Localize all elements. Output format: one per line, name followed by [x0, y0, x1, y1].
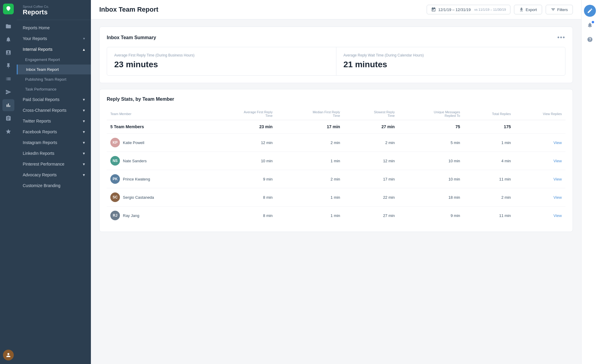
sidebar-item-publishing-team-report[interactable]: Publishing Team Report — [17, 74, 91, 84]
sidebar-item-pinterest[interactable]: Pinterest Performance ▾ — [17, 159, 91, 169]
notification-badge — [592, 21, 594, 23]
total-replies-katie-powell: 1 min — [464, 134, 515, 152]
sidebar-item-customize-branding[interactable]: Customize Branding — [17, 180, 91, 191]
col-slowest-reply: Slowest ReplyTime — [344, 108, 398, 120]
chart-icon[interactable] — [2, 99, 14, 111]
sidebar-item-cross-channel[interactable]: Cross-Channel Reports ▾ — [17, 105, 91, 116]
send-icon[interactable] — [2, 86, 14, 98]
export-label: Export — [526, 7, 537, 12]
chevron-down-icon: ▾ — [83, 97, 85, 102]
list-icon[interactable] — [2, 73, 14, 85]
table-header-row: Team Member Average First ReplyTime Medi… — [107, 108, 565, 120]
view-replies-nate-sanders[interactable]: View — [514, 152, 565, 170]
member-cell-sergio-castaneda: SC Sergio Castaneda — [107, 188, 206, 207]
notifications-button[interactable] — [584, 19, 596, 31]
avg-first-reply-sergio-castaneda: 8 min — [206, 188, 276, 207]
table-row: NS Nate Sanders 10 min 1 min 12 min 10 m… — [107, 152, 565, 170]
median-first-reply-nate-sanders: 1 min — [276, 152, 344, 170]
pencil-icon — [587, 8, 593, 14]
unique-messages-nate-sanders: 10 min — [398, 152, 464, 170]
filters-label: Filters — [557, 7, 568, 12]
filters-button[interactable]: Filters — [546, 5, 573, 14]
sidebar-item-task-performance[interactable]: Task Performance — [17, 84, 91, 94]
sidebar-item-twitter[interactable]: Twitter Reports ▾ — [17, 116, 91, 126]
alert-icon[interactable] — [2, 33, 14, 45]
user-avatar[interactable] — [3, 350, 14, 360]
view-link-prince-kwateng[interactable]: View — [553, 177, 562, 181]
total-unique-messages: 75 — [398, 120, 464, 134]
chevron-down-icon: ▾ — [83, 162, 85, 166]
chevron-down-icon: ▾ — [83, 140, 85, 145]
member-cell-katie-powell: KP Katie Powell — [107, 134, 206, 152]
internal-reports-submenu: Engagement Report Inbox Team Report Publ… — [17, 55, 91, 94]
slowest-reply-katie-powell: 2 min — [344, 134, 398, 152]
sidebar-item-facebook[interactable]: Facebook Reports ▾ — [17, 126, 91, 137]
avatar-nate-sanders: NS — [110, 156, 120, 166]
sidebar-item-instagram[interactable]: Instagram Reports ▾ — [17, 137, 91, 148]
avg-first-reply-katie-powell: 12 min — [206, 134, 276, 152]
member-cell-nate-sanders: NS Nate Sanders — [107, 152, 206, 170]
help-button[interactable] — [584, 33, 596, 45]
view-link-katie-powell[interactable]: View — [553, 140, 562, 145]
chevron-down-icon: ▾ — [83, 172, 85, 177]
median-first-reply-katie-powell: 2 min — [276, 134, 344, 152]
compare-range: vs 11/1/19 – 11/30/19 — [474, 8, 506, 11]
right-panel — [581, 0, 598, 364]
chevron-down-icon: ▾ — [83, 36, 85, 41]
folder-icon[interactable] — [2, 20, 14, 32]
sidebar: Sprout Coffee Co. Reports Reports Home Y… — [17, 0, 91, 364]
sidebar-item-advocacy[interactable]: Advocacy Reports ▾ — [17, 169, 91, 180]
table-row: KP Katie Powell 12 min 2 min 2 min 5 min… — [107, 134, 565, 152]
compose-button[interactable] — [584, 5, 596, 17]
pin-icon[interactable] — [2, 60, 14, 72]
metric-avg-wait-time-value: 21 minutes — [344, 60, 558, 69]
date-range-button[interactable]: 12/1/19 – 12/31/19 vs 11/1/19 – 11/30/19 — [427, 5, 510, 14]
question-icon — [587, 36, 593, 42]
pinterest-label: Pinterest Performance — [23, 162, 64, 166]
view-replies-katie-powell[interactable]: View — [514, 134, 565, 152]
avg-first-reply-nate-sanders: 10 min — [206, 152, 276, 170]
member-name-katie-powell: Katie Powell — [123, 140, 144, 145]
col-member: Team Member — [107, 108, 206, 120]
calendar-icon — [431, 7, 436, 12]
sidebar-item-engagement-report[interactable]: Engagement Report — [17, 55, 91, 65]
company-name: Sprout Coffee Co. — [23, 5, 85, 8]
unique-messages-sergio-castaneda: 18 min — [398, 188, 464, 207]
reply-stats-table: Team Member Average First ReplyTime Medi… — [107, 108, 565, 224]
view-replies-sergio-castaneda[interactable]: View — [514, 188, 565, 207]
sidebar-item-inbox-team-report[interactable]: Inbox Team Report — [17, 65, 91, 74]
topbar-actions: 12/1/19 – 12/31/19 vs 11/1/19 – 11/30/19… — [427, 5, 573, 14]
paid-social-label: Paid Social Reports — [23, 97, 60, 102]
sidebar-item-reports-home[interactable]: Reports Home — [17, 22, 91, 33]
total-median-first-reply: 17 min — [276, 120, 344, 134]
member-cell-prince-kwateng: PK Prince Kwateng — [107, 170, 206, 188]
view-link-nate-sanders[interactable]: View — [553, 159, 562, 163]
sidebar-item-your-reports[interactable]: Your Reports ▾ — [17, 33, 91, 44]
median-first-reply-prince-kwateng: 2 min — [276, 170, 344, 188]
view-link-sergio-castaneda[interactable]: View — [553, 195, 562, 200]
star-icon[interactable] — [2, 126, 14, 137]
sidebar-item-paid-social[interactable]: Paid Social Reports ▾ — [17, 94, 91, 105]
chevron-up-icon: ▴ — [83, 47, 85, 52]
chevron-down-icon: ▾ — [83, 129, 85, 134]
member-cell-ray-jang: RJ Ray Jang — [107, 207, 206, 225]
twitter-label: Twitter Reports — [23, 119, 51, 123]
sidebar-item-internal-reports[interactable]: Internal Reports ▴ — [17, 44, 91, 55]
sidebar-item-linkedin[interactable]: LinkedIn Reports ▾ — [17, 148, 91, 159]
date-range-value: 12/1/19 – 12/31/19 — [438, 7, 471, 12]
view-replies-prince-kwateng[interactable]: View — [514, 170, 565, 188]
avatar-katie-powell: KP — [110, 138, 120, 147]
metric-avg-first-reply-value: 23 minutes — [114, 60, 329, 69]
export-button[interactable]: Export — [514, 5, 542, 14]
view-link-ray-jang[interactable]: View — [553, 213, 562, 218]
inbox-icon[interactable] — [2, 47, 14, 59]
avatar-ray-jang: RJ — [110, 211, 120, 220]
median-first-reply-sergio-castaneda: 1 min — [276, 188, 344, 207]
view-replies-ray-jang[interactable]: View — [514, 207, 565, 225]
table-card: Reply Stats, by Team Member Team Member … — [99, 89, 573, 232]
col-view-replies: View Replies — [514, 108, 565, 120]
tasks-icon[interactable] — [2, 112, 14, 124]
more-options-button[interactable]: ••• — [557, 34, 565, 41]
avatar-prince-kwateng: PK — [110, 174, 120, 184]
total-avg-first-reply: 23 min — [206, 120, 276, 134]
